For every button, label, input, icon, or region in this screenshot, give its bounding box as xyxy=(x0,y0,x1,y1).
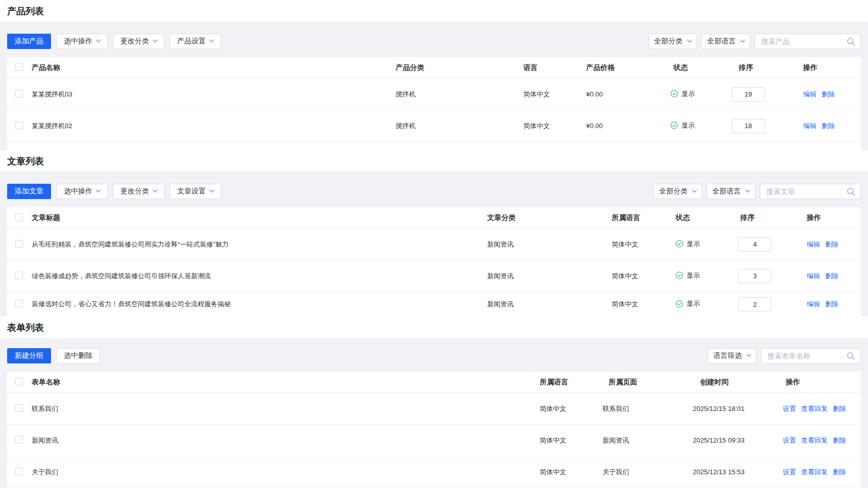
row-checkbox[interactable] xyxy=(15,121,23,129)
article-selected-actions-dropdown[interactable]: 选中操作 xyxy=(56,184,108,199)
status-badge: 显示 xyxy=(670,121,695,130)
articles-toolbar: 添加文章 选中操作 更改分类 文章设置 全部分类 全部语言 xyxy=(7,184,861,199)
col-actions: 操作 xyxy=(795,213,861,223)
col-sort: 排序 xyxy=(738,213,795,223)
article-settings-dropdown[interactable]: 文章设置 xyxy=(170,184,221,199)
sort-input[interactable] xyxy=(738,237,771,252)
view-replies-link[interactable]: 查看回复 xyxy=(801,404,828,413)
article-change-category-dropdown[interactable]: 更改分类 xyxy=(113,184,164,199)
delete-link[interactable]: 删除 xyxy=(825,240,838,249)
product-language: 简体中文 xyxy=(523,90,586,99)
product-search-input[interactable] xyxy=(755,34,841,48)
article-category-filter[interactable]: 全部分类 xyxy=(654,184,702,199)
form-language-filter[interactable]: 语言筛选 xyxy=(708,348,756,363)
article-category: 新闻资讯 xyxy=(487,240,612,249)
products-table: 产品名称 产品分类 语言 产品价格 状态 排序 操作 某某搅拌机03 搅拌机 简… xyxy=(7,57,861,150)
products-toolbar: 添加产品 选中操作 更改分类 产品设置 全部分类 全部语言 xyxy=(7,34,861,49)
form-page: 关于我们 xyxy=(602,468,693,477)
row-checkbox[interactable] xyxy=(15,272,23,279)
check-circle-icon xyxy=(670,90,678,97)
col-created: 创建时间 xyxy=(693,378,783,387)
articles-section-titlebar: 文章列表 xyxy=(0,150,868,173)
col-status: 状态 xyxy=(676,213,738,223)
delete-link[interactable]: 删除 xyxy=(833,404,846,413)
sort-input[interactable] xyxy=(738,269,771,283)
products-table-header: 产品名称 产品分类 语言 产品价格 状态 排序 操作 xyxy=(7,57,861,79)
product-settings-dropdown[interactable]: 产品设置 xyxy=(170,34,221,49)
row-checkbox[interactable] xyxy=(15,240,23,248)
row-checkbox[interactable] xyxy=(15,468,23,475)
article-category: 新闻资讯 xyxy=(487,272,612,281)
chevron-down-icon xyxy=(745,187,751,192)
col-actions: 操作 xyxy=(783,378,861,387)
products-page-title: 产品列表 xyxy=(7,5,44,17)
form-language: 简体中文 xyxy=(540,436,602,445)
col-language: 所属语言 xyxy=(540,378,602,387)
row-checkbox[interactable] xyxy=(15,300,23,307)
edit-link[interactable]: 编辑 xyxy=(803,121,816,131)
view-replies-link[interactable]: 查看回复 xyxy=(801,468,828,477)
form-language: 简体中文 xyxy=(540,468,602,477)
delete-link[interactable]: 删除 xyxy=(822,121,835,131)
article-language: 简体中文 xyxy=(612,272,676,281)
search-icon[interactable] xyxy=(841,184,860,199)
select-all-checkbox[interactable] xyxy=(15,378,23,385)
check-circle-icon xyxy=(670,121,678,129)
delete-link[interactable]: 删除 xyxy=(822,90,835,99)
delete-link[interactable]: 删除 xyxy=(833,468,846,477)
search-icon[interactable] xyxy=(841,349,860,363)
row-checkbox[interactable] xyxy=(15,404,23,412)
edit-link[interactable]: 编辑 xyxy=(807,272,820,281)
row-checkbox[interactable] xyxy=(15,90,23,97)
product-category: 搅拌机 xyxy=(396,90,523,99)
add-product-button[interactable]: 添加产品 xyxy=(7,34,51,49)
settings-link[interactable]: 设置 xyxy=(783,468,796,477)
form-name: 联系我们 xyxy=(32,404,540,413)
sort-input[interactable] xyxy=(732,119,765,133)
sort-input[interactable] xyxy=(738,297,771,311)
col-article-title: 文章标题 xyxy=(32,213,487,223)
add-article-button[interactable]: 添加文章 xyxy=(7,184,51,199)
row-checkbox[interactable] xyxy=(15,436,23,444)
delete-link[interactable]: 删除 xyxy=(833,436,846,445)
product-selected-actions-dropdown[interactable]: 选中操作 xyxy=(56,34,108,49)
edit-link[interactable]: 编辑 xyxy=(807,300,820,309)
table-row: 绿色装修成趋势，鼎筑空间建筑装修公司引领环保人居新潮流 新闻资讯 简体中文 显示… xyxy=(7,260,861,292)
product-language-filter[interactable]: 全部语言 xyxy=(702,34,750,49)
check-circle-icon xyxy=(676,240,683,248)
col-language: 语言 xyxy=(523,63,586,72)
form-page: 联系我们 xyxy=(602,404,693,413)
view-replies-link[interactable]: 查看回复 xyxy=(801,436,828,445)
product-category-filter[interactable]: 全部分类 xyxy=(648,34,697,49)
product-change-category-dropdown[interactable]: 更改分类 xyxy=(113,34,164,49)
chevron-down-icon xyxy=(740,37,745,42)
edit-link[interactable]: 编辑 xyxy=(803,90,816,99)
article-search-input[interactable] xyxy=(760,184,841,199)
chevron-down-icon xyxy=(153,187,158,192)
new-group-button[interactable]: 新建分组 xyxy=(7,348,51,363)
settings-link[interactable]: 设置 xyxy=(783,436,796,445)
form-page: 新闻资讯 xyxy=(602,436,693,445)
table-row: 从毛坯到精装，鼎筑空间建筑装修公司用实力诠释“一站式装修”魅力 新闻资讯 简体中… xyxy=(7,229,861,260)
select-all-checkbox[interactable] xyxy=(15,63,23,71)
forms-table-header: 表单名称 所属语言 所属页面 创建时间 操作 xyxy=(7,372,861,393)
delete-link[interactable]: 删除 xyxy=(825,300,838,309)
status-badge: 显示 xyxy=(670,89,695,99)
product-price: ¥0.00 xyxy=(586,90,670,98)
select-all-checkbox[interactable] xyxy=(15,213,23,221)
article-language: 简体中文 xyxy=(612,240,676,249)
settings-link[interactable]: 设置 xyxy=(783,404,796,413)
chevron-down-icon xyxy=(209,187,214,192)
form-created-time: 2025/12/15 09:33 xyxy=(693,436,783,444)
forms-table: 表单名称 所属语言 所属页面 创建时间 操作 联系我们 简体中文 联系我们 20… xyxy=(7,372,861,488)
article-language-filter[interactable]: 全部语言 xyxy=(707,184,755,199)
delete-selected-button[interactable]: 选中删除 xyxy=(56,348,100,363)
edit-link[interactable]: 编辑 xyxy=(807,240,820,249)
delete-link[interactable]: 删除 xyxy=(825,272,838,281)
form-search-input[interactable] xyxy=(761,349,841,363)
search-icon[interactable] xyxy=(841,34,860,48)
articles-page-title: 文章列表 xyxy=(7,155,44,167)
article-language: 简体中文 xyxy=(612,300,676,309)
article-title: 从毛坯到精装，鼎筑空间建筑装修公司用实力诠释“一站式装修”魅力 xyxy=(32,240,487,249)
sort-input[interactable] xyxy=(732,87,765,102)
